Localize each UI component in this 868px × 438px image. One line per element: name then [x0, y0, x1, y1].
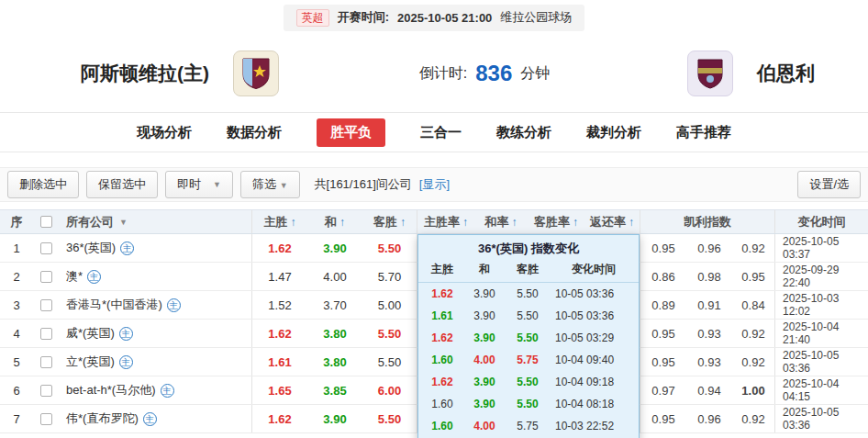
home-crest-icon	[240, 57, 272, 90]
home-odds[interactable]: 1.62	[252, 320, 307, 347]
company-cell[interactable]: 伟*(直布罗陀)主	[59, 405, 252, 432]
away-odds[interactable]: 6.00	[362, 376, 417, 404]
tab-expert-picks[interactable]: 高手推荐	[676, 124, 731, 141]
company-cell[interactable]: 立*(英国)主	[59, 348, 252, 376]
company-count: 共[161/161]间公司	[315, 176, 412, 193]
match-info-box: 英超 开赛时间: 2025-10-05 21:00 维拉公园球场	[284, 5, 585, 31]
home-odds[interactable]: 1.52	[252, 291, 307, 319]
tab-coach-analysis[interactable]: 教练分析	[496, 124, 551, 141]
draw-odds[interactable]: 3.90	[307, 234, 362, 262]
company-cell[interactable]: 威*(英国)主	[59, 320, 252, 347]
show-link[interactable]: [显示]	[419, 176, 450, 193]
row-checkbox[interactable]	[40, 299, 52, 311]
row-select-cell	[33, 320, 59, 347]
col-company[interactable]: 所有公司 ▼	[59, 210, 252, 233]
row-select-cell	[33, 348, 59, 376]
col-change-time[interactable]: 变化时间	[775, 210, 868, 233]
delete-selected-button[interactable]: 删除选中	[7, 171, 79, 198]
col-draw-label: 和	[325, 214, 337, 230]
kelly-value: 0.94	[686, 376, 732, 404]
col-draw-odds[interactable]: 和 ↑	[307, 210, 362, 233]
col-away-odds[interactable]: 客胜 ↑	[362, 210, 417, 233]
away-odds[interactable]: 5.50	[362, 348, 417, 376]
away-odds[interactable]: 5.70	[362, 263, 417, 290]
col-home-rate[interactable]: 主胜率 ↑	[417, 210, 474, 233]
popup-row: 1.604.005.7510-03 22:52	[418, 415, 639, 437]
time-mode-dropdown[interactable]: 即时 ▼	[165, 171, 233, 198]
col-away-rate[interactable]: 客胜率 ↑	[528, 210, 584, 233]
row-select-cell	[33, 263, 59, 290]
table-header: 序 所有公司 ▼ 主胜 ↑ 和 ↑ 客胜 ↑ 主胜率 ↑ 和率 ↑ 客胜率	[0, 209, 868, 234]
select-all-checkbox[interactable]	[40, 216, 52, 228]
popup-home-odds: 1.62	[420, 287, 464, 300]
kelly-value: 0.89	[640, 291, 686, 319]
company-cell[interactable]: 澳*主	[59, 263, 252, 290]
change-time: 2025-10-05 03:37	[775, 234, 868, 262]
row-index: 2	[0, 263, 33, 290]
kelly-value: 1.00	[732, 376, 775, 404]
draw-odds[interactable]: 3.85	[307, 376, 362, 404]
home-odds[interactable]: 1.62	[252, 405, 307, 432]
draw-odds[interactable]: 3.80	[307, 320, 362, 347]
col-home-odds[interactable]: 主胜 ↑	[252, 210, 307, 233]
kelly-value: 0.95	[640, 234, 686, 262]
col-return-rate[interactable]: 返还率 ↑	[584, 210, 640, 233]
home-odds[interactable]: 1.61	[252, 348, 307, 376]
company-filter-arrow-icon[interactable]: ▼	[119, 218, 128, 227]
popup-change-time: 10-03 22:52	[551, 420, 637, 432]
company-cell[interactable]: 36*(英国)主	[59, 234, 252, 262]
away-odds[interactable]: 5.50	[362, 405, 417, 432]
row-checkbox[interactable]	[40, 242, 52, 254]
tab-referee-analysis[interactable]: 裁判分析	[586, 124, 641, 141]
home-mark-icon: 主	[161, 384, 174, 398]
keep-selected-button[interactable]: 保留选中	[86, 171, 158, 198]
kelly-value: 0.98	[686, 263, 732, 290]
company-name: 澳*	[66, 268, 83, 285]
home-odds[interactable]: 1.65	[252, 376, 307, 404]
company-cell[interactable]: bet-at-h*(马尔他)主	[59, 376, 252, 404]
row-checkbox[interactable]	[40, 413, 52, 425]
draw-odds[interactable]: 4.00	[307, 263, 362, 290]
row-index: 1	[0, 234, 33, 262]
row-checkbox[interactable]	[40, 328, 52, 340]
popup-away-odds: 5.75	[505, 354, 551, 366]
col-draw-rate[interactable]: 和率 ↑	[474, 210, 528, 233]
row-checkbox[interactable]	[40, 356, 52, 368]
popup-draw-odds: 3.90	[464, 376, 505, 388]
draw-odds[interactable]: 3.80	[307, 348, 362, 376]
kelly-value: 0.96	[686, 405, 732, 432]
kelly-value: 0.93	[686, 348, 732, 376]
analysis-tabs: 现场分析 数据分析 胜平负 三合一 教练分析 裁判分析 高手推荐	[0, 112, 868, 152]
popup-draw-odds: 3.90	[464, 398, 505, 410]
col-kelly[interactable]: 凯利指数	[640, 210, 775, 233]
home-odds[interactable]: 1.47	[252, 263, 307, 290]
draw-odds[interactable]: 3.90	[307, 405, 362, 432]
odds-change-popup: 36*(英国) 指数变化 主胜 和 客胜 变化时间 1.623.905.5010…	[417, 234, 640, 438]
tab-live-analysis[interactable]: 现场分析	[137, 124, 192, 141]
col-index: 序	[0, 210, 33, 233]
draw-odds[interactable]: 3.70	[307, 291, 362, 319]
change-time: 2025-10-04 04:15	[775, 376, 868, 404]
filter-dropdown[interactable]: 筛选 ▼	[240, 171, 300, 198]
row-checkbox[interactable]	[40, 271, 52, 283]
tab-win-draw-lose[interactable]: 胜平负	[317, 118, 385, 147]
home-odds[interactable]: 1.62	[252, 234, 307, 262]
row-checkbox[interactable]	[40, 385, 52, 397]
settings-button[interactable]: 设置/选	[797, 171, 861, 198]
col-company-label: 所有公司	[66, 214, 114, 230]
away-odds[interactable]: 5.00	[362, 291, 417, 319]
away-odds[interactable]: 5.50	[362, 234, 417, 262]
tab-data-analysis[interactable]: 数据分析	[227, 124, 282, 141]
col-away-rate-label: 客胜率	[534, 214, 570, 230]
league-badge[interactable]: 英超	[296, 9, 329, 27]
company-cell[interactable]: 香港马*(中国香港)主	[59, 291, 252, 319]
away-odds[interactable]: 5.50	[362, 320, 417, 347]
home-team-name: 阿斯顿维拉(主)	[81, 61, 209, 86]
popup-away-odds: 5.75	[505, 420, 551, 432]
kelly-value: 0.91	[686, 291, 732, 319]
tab-three-in-one[interactable]: 三合一	[420, 124, 462, 141]
popup-home-odds: 1.60	[420, 420, 464, 432]
sort-up-icon: ↑	[339, 216, 345, 229]
popup-draw-odds: 3.90	[464, 287, 505, 300]
kelly-value: 0.92	[732, 320, 775, 347]
